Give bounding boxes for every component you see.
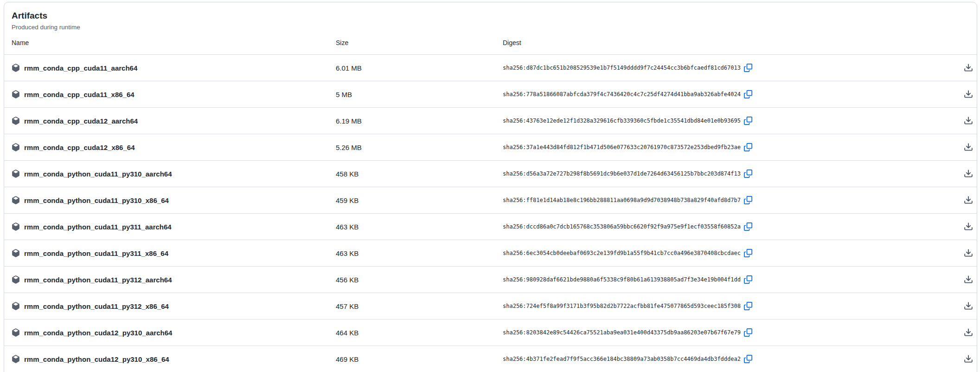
copy-icon [744,275,752,284]
copy-digest-button[interactable] [744,328,752,337]
table-row: rmm_conda_cpp_cuda12_x86_64 5.26 MB sha2… [4,134,977,161]
copy-digest-button[interactable] [744,64,752,72]
artifact-actions-cell [960,248,973,258]
artifact-digest-cell: sha256:43763e12ede12f1d328a329616cfb3393… [503,117,960,125]
package-icon [12,328,20,337]
copy-icon [744,249,752,257]
page-subtitle: Produced during runtime [12,23,969,32]
download-artifact-button[interactable] [964,275,973,284]
copy-digest-button[interactable] [744,302,752,310]
artifact-name-cell: rmm_conda_python_cuda11_py311_x86_64 [12,249,336,257]
download-icon [964,196,973,205]
copy-digest-button[interactable] [744,90,752,98]
download-icon [964,90,973,99]
download-artifact-button[interactable] [964,328,973,337]
download-artifact-button[interactable] [964,90,973,99]
artifact-name-cell: rmm_conda_cpp_cuda11_x86_64 [12,90,336,98]
artifact-digest: sha256:778a51866087abfcda379f4c7436420c4… [503,91,741,98]
table-row: rmm_conda_cpp_cuda12_aarch64 6.19 MB sha… [4,108,977,134]
artifact-name-cell: rmm_conda_python_cuda11_py312_aarch64 [12,275,336,284]
copy-digest-button[interactable] [744,143,752,151]
artifact-name: rmm_conda_python_cuda12_py310_aarch64 [24,329,172,337]
artifact-name: rmm_conda_cpp_cuda12_x86_64 [24,144,135,151]
package-icon [12,275,20,284]
download-icon [964,63,973,72]
download-artifact-button[interactable] [964,301,973,311]
artifact-name: rmm_conda_cpp_cuda11_aarch64 [24,64,137,72]
package-icon [12,196,20,204]
copy-digest-button[interactable] [744,117,752,125]
artifact-name-cell: rmm_conda_python_cuda11_py310_x86_64 [12,196,336,204]
artifact-name: rmm_conda_python_cuda11_py310_x86_64 [24,196,169,204]
artifact-digest-cell: sha256:d56a3a72e727b298f8b5691dc9b6e037d… [503,170,960,178]
table-row: rmm_conda_cpp_cuda11_aarch64 6.01 MB sha… [4,55,977,81]
download-artifact-button[interactable] [964,143,973,152]
download-icon [964,301,973,311]
download-artifact-button[interactable] [964,354,973,364]
artifact-size: 456 KB [336,276,503,284]
copy-digest-button[interactable] [744,249,752,257]
download-artifact-button[interactable] [964,169,973,178]
artifact-actions-cell [960,143,973,152]
download-artifact-button[interactable] [964,222,973,231]
artifact-actions-cell [960,90,973,99]
table-row: rmm_conda_cpp_cuda11_x86_64 5 MB sha256:… [4,81,977,108]
artifact-actions-cell [960,328,973,337]
copy-digest-button[interactable] [744,275,752,284]
artifact-name-cell: rmm_conda_python_cuda12_py310_x86_64 [12,355,336,363]
download-artifact-button[interactable] [964,63,973,72]
copy-icon [744,117,752,125]
artifact-digest-cell: sha256:8203842e89c54426ca75521aba9ea031e… [503,328,960,337]
package-icon [12,170,20,178]
copy-digest-button[interactable] [744,170,752,178]
artifact-size: 5 MB [336,91,503,98]
copy-digest-button[interactable] [744,196,752,204]
artifacts-card: Artifacts Produced during runtime Name S… [4,2,977,372]
artifact-digest-cell: sha256:37a1e443d84fd812f1b471d506e077633… [503,143,960,151]
table-row: rmm_conda_python_cuda11_py310_aarch64 45… [4,161,977,187]
table-row: rmm_conda_python_cuda11_py312_aarch64 45… [4,267,977,293]
copy-icon [744,355,752,363]
copy-icon [744,328,752,337]
package-icon [12,90,20,98]
copy-digest-button[interactable] [744,222,752,231]
artifact-digest: sha256:d87dc1bc651b208529539e1b7f5149ddd… [503,65,741,71]
artifact-digest: sha256:724ef5f8a99f3171b3f95b82d2b7722ac… [503,303,741,309]
artifact-name: rmm_conda_cpp_cuda12_aarch64 [24,117,138,125]
artifact-digest: sha256:6ec3054cb0deebaf0693c2e139fd9b1a5… [503,250,741,256]
artifact-digest: sha256:980928daf6621bde9880a6f5338c9f80b… [503,276,741,283]
table-row: rmm_conda_python_cuda12_py310_aarch64 46… [4,320,977,346]
artifact-actions-cell [960,116,973,125]
artifact-digest: sha256:dccd86a0c7dcb165768c353806a59bbc6… [503,223,741,230]
artifact-actions-cell [960,354,973,364]
download-artifact-button[interactable] [964,116,973,125]
table-row: rmm_conda_python_cuda11_py311_x86_64 463… [4,240,977,267]
artifact-name-cell: rmm_conda_cpp_cuda12_aarch64 [12,117,336,125]
package-icon [12,249,20,257]
column-header-digest: Digest [503,39,960,46]
download-artifact-button[interactable] [964,196,973,205]
download-artifact-button[interactable] [964,248,973,258]
artifact-actions-cell [960,196,973,205]
artifact-digest: sha256:d56a3a72e727b298f8b5691dc9b6e037d… [503,170,741,177]
table-row: rmm_conda_python_cuda11_py312_x86_64 457… [4,293,977,320]
artifact-name-cell: rmm_conda_python_cuda11_py312_x86_64 [12,302,336,310]
artifact-digest: sha256:8203842e89c54426ca75521aba9ea031e… [503,329,741,336]
artifact-name: rmm_conda_python_cuda11_py311_aarch64 [24,223,172,231]
artifact-size: 464 KB [336,329,503,337]
artifact-name: rmm_conda_python_cuda11_py312_aarch64 [24,276,172,284]
artifact-actions-cell [960,301,973,311]
copy-digest-button[interactable] [744,355,752,363]
package-icon [12,117,20,125]
artifact-digest-cell: sha256:dccd86a0c7dcb165768c353806a59bbc6… [503,222,960,231]
package-icon [12,355,20,363]
download-icon [964,275,973,284]
artifact-name: rmm_conda_python_cuda11_py311_x86_64 [24,249,168,257]
table-row: rmm_conda_python_cuda11_py311_aarch64 46… [4,214,977,240]
package-icon [12,64,20,72]
download-icon [964,116,973,125]
copy-icon [744,222,752,231]
card-header: Artifacts Produced during runtime [4,2,977,31]
artifact-actions-cell [960,275,973,284]
column-header-size: Size [336,39,503,46]
